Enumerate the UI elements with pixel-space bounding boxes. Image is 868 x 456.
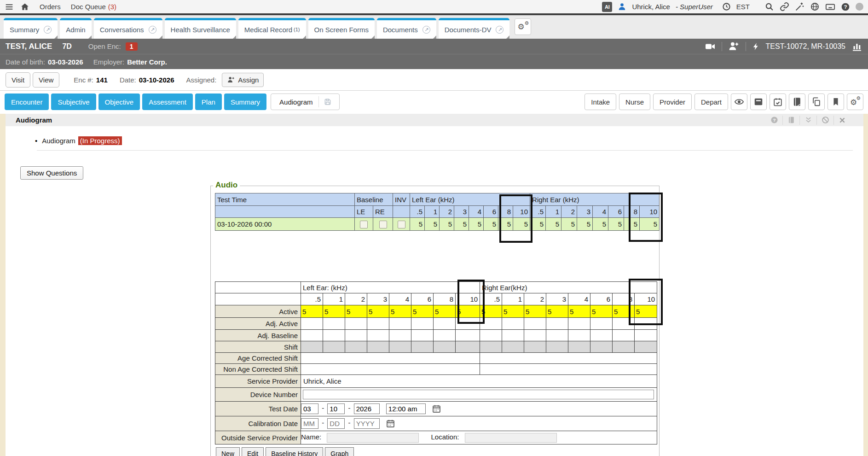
section-collapse-icon[interactable] — [799, 116, 816, 125]
shift-row: Shift — [215, 341, 657, 353]
calibration-day-input[interactable] — [327, 418, 345, 429]
add-person-icon[interactable] — [728, 41, 740, 52]
freq-header-cell: 6 — [484, 206, 498, 218]
osp-name-input[interactable] — [327, 433, 419, 443]
help-icon[interactable]: ? — [841, 2, 850, 12]
active-value-cell[interactable]: 5 — [502, 305, 524, 318]
home-icon[interactable] — [20, 2, 29, 12]
nav-objective-button[interactable]: Objective — [98, 94, 140, 110]
active-value-cell[interactable]: 5 — [389, 305, 411, 318]
tab-documents-dv[interactable]: Documents-DV ↗ — [439, 18, 510, 39]
book-icon[interactable] — [789, 94, 805, 110]
eye-icon[interactable] — [731, 94, 747, 110]
view-button[interactable]: View — [33, 72, 59, 88]
link-icon[interactable] — [780, 2, 789, 12]
test-date-month-input[interactable] — [301, 403, 318, 414]
nav-summary-button[interactable]: Summary — [224, 94, 266, 110]
wand-icon[interactable] — [795, 2, 804, 12]
shift-cell — [323, 341, 345, 353]
active-value-cell[interactable]: 5 — [590, 305, 613, 318]
ai-badge[interactable]: AI — [602, 2, 612, 12]
test-time-input[interactable] — [386, 403, 426, 414]
section-help-icon[interactable]: ? — [766, 116, 782, 125]
adj-active-row: Adj. Active — [215, 318, 657, 330]
tab-summary[interactable]: Summary ↗ — [4, 18, 58, 39]
le-header: LE — [355, 206, 373, 218]
tab-documents[interactable]: Documents ↗ — [377, 18, 436, 39]
tab-on-screen-forms[interactable]: On Screen Forms — [308, 18, 375, 39]
module-tab-bar: Summary ↗ Admin Conversations ↗ Health S… — [0, 15, 868, 39]
nav-encounter-button[interactable]: Encounter — [5, 94, 49, 110]
tab-admin[interactable]: Admin — [60, 18, 92, 39]
right-ear-value-cell: 5 — [546, 218, 561, 231]
provider-button[interactable]: Provider — [653, 94, 692, 110]
orders-menu-item[interactable]: Orders — [40, 3, 61, 11]
archive-box-icon[interactable] — [750, 94, 767, 110]
edit-button[interactable]: Edit — [242, 447, 264, 456]
active-value-cell[interactable]: 5 — [345, 305, 367, 318]
chart-nav-row: Encounter Subjective Objective Assessmen… — [0, 90, 868, 114]
test-date-day-input[interactable] — [327, 403, 345, 414]
bookmark-icon[interactable] — [827, 94, 844, 110]
tab-conversations[interactable]: Conversations ↗ — [94, 18, 162, 39]
section-close-icon[interactable] — [833, 116, 851, 125]
settings-gears-icon[interactable]: ⚙ ⚙ — [847, 94, 863, 110]
active-value-cell[interactable]: 5 — [524, 305, 546, 318]
active-value-cell[interactable]: 5 — [546, 305, 568, 318]
baseline-history-button[interactable]: Baseline History — [266, 447, 323, 456]
freq-header-cell: .5 — [410, 206, 425, 218]
summary-data-row[interactable]: 03-10-2026 00:00 55555555 55555555 — [215, 218, 660, 231]
show-questions-button[interactable]: Show Questions — [20, 166, 83, 180]
annotation-box-detail-left-ear — [457, 280, 485, 324]
active-value-cell[interactable]: 5 — [367, 305, 389, 318]
osp-location-input[interactable] — [465, 433, 557, 443]
nav-subjective-button[interactable]: Subjective — [51, 94, 96, 110]
globe-icon[interactable] — [810, 2, 820, 12]
section-disable-icon[interactable] — [816, 116, 833, 125]
nav-assessment-button[interactable]: Assessment — [142, 94, 193, 110]
tab-medical-record[interactable]: Medical Record (1) — [238, 18, 306, 39]
active-value-cell[interactable]: 5 — [301, 305, 323, 318]
intake-button[interactable]: Intake — [584, 94, 616, 110]
open-enc-count-badge[interactable]: 1 — [126, 42, 138, 51]
device-number-input[interactable] — [303, 390, 654, 399]
nav-plan-button[interactable]: Plan — [195, 94, 222, 110]
baseline-re-checkbox[interactable] — [379, 221, 387, 228]
keyboard-icon[interactable] — [825, 2, 835, 12]
chart-icon[interactable] — [851, 41, 862, 52]
calibration-month-input[interactable] — [301, 418, 318, 429]
baseline-le-checkbox[interactable] — [360, 221, 368, 228]
new-button[interactable]: New — [216, 447, 240, 456]
calibration-year-input[interactable] — [354, 418, 380, 429]
calibration-date-calendar-icon[interactable] — [386, 419, 395, 428]
graph-button[interactable]: Graph — [325, 447, 354, 456]
lightning-bolt-icon[interactable] — [752, 41, 760, 52]
shift-cell — [367, 341, 389, 353]
tab-settings-gear-icon[interactable]: ⚙ ⚙ — [515, 18, 531, 35]
audiogram-link[interactable]: Audiogram — [42, 137, 75, 145]
depart-button[interactable]: Depart — [694, 94, 728, 110]
hamburger-menu-icon[interactable] — [5, 2, 14, 12]
save-icon[interactable] — [319, 98, 336, 106]
search-icon[interactable] — [764, 2, 774, 12]
section-book-icon[interactable] — [782, 116, 799, 125]
active-value-cell[interactable]: 5 — [434, 305, 456, 318]
visit-button[interactable]: Visit — [6, 72, 30, 88]
freq-header-cell: 6 — [590, 293, 613, 305]
active-value-cell[interactable]: 5 — [568, 305, 590, 318]
inv-checkbox[interactable] — [398, 221, 405, 228]
active-value-cell[interactable]: 5 — [411, 305, 434, 318]
test-date-year-input[interactable] — [354, 403, 380, 414]
active-value-cell[interactable]: 5 — [323, 305, 345, 318]
nurse-button[interactable]: Nurse — [619, 94, 650, 110]
doc-queue-menu-item[interactable]: Doc Queue (3) — [71, 3, 116, 11]
video-camera-icon[interactable] — [705, 41, 716, 52]
calendar-check-icon[interactable] — [770, 94, 786, 110]
audiogram-form-tab[interactable]: Audiogram — [271, 94, 340, 110]
assign-button[interactable]: Assign — [222, 73, 264, 87]
enc-number-label: Enc #: — [74, 76, 93, 84]
copy-icon[interactable] — [808, 94, 825, 110]
test-date-calendar-icon[interactable] — [432, 404, 441, 414]
shift-cell — [301, 341, 323, 353]
tab-health-surveillance[interactable]: Health Surveillance — [165, 18, 236, 39]
